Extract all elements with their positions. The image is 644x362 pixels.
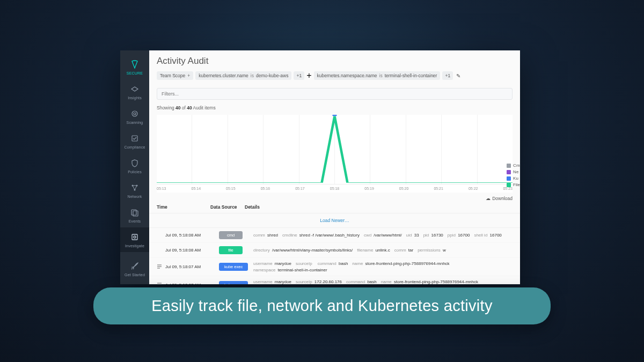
row-details: username marydoesourceIp 172.20.60.176co… xyxy=(253,279,513,284)
sidebar-label: Network xyxy=(127,195,142,198)
detail-kv: command bash xyxy=(318,261,348,266)
detail-kv: permissions w xyxy=(418,248,446,253)
legend-item[interactable]: Ku xyxy=(507,176,520,181)
scope-label: Team Scope xyxy=(160,73,185,78)
detail-kv: uid 33 xyxy=(406,233,419,238)
caption-banner: Easily track file, network and Kubernete… xyxy=(93,287,551,324)
sidebar-item-network[interactable]: Network xyxy=(120,178,149,203)
chip-op: is xyxy=(251,73,254,78)
legend-swatch xyxy=(507,170,511,174)
row-time: Jul 09, 5:18:08 AM xyxy=(165,248,219,253)
col-time[interactable]: Time xyxy=(157,204,210,210)
detail-kv: sourceIp 172.20.60.176 xyxy=(296,279,342,284)
sidebar-label: Insights xyxy=(128,96,142,100)
row-details: comm shredcmdline shred -f /var/www/.bas… xyxy=(253,233,513,238)
detail-kv: comm shred xyxy=(253,233,278,238)
expand-icon[interactable] xyxy=(157,264,164,270)
table-row[interactable]: Jul 09, 5:18:08 AMcmdcomm shredcmdline s… xyxy=(149,228,520,243)
row-time: Jul 09, 5:18:07 AM xyxy=(165,283,219,284)
main-content: Activity Audit Team Scope + kubernetes.c… xyxy=(149,50,520,284)
row-details: username marydoesourceIp command bashnam… xyxy=(253,261,513,272)
edit-scope-button[interactable]: ✎ xyxy=(456,73,460,79)
sidebar-label: Policies xyxy=(128,170,142,174)
chip-key: kubernetes.namespace.name xyxy=(317,73,377,78)
detail-kv: shell id 16700 xyxy=(474,233,501,238)
detail-kv: command bash xyxy=(346,279,377,284)
detail-kv: username marydoe xyxy=(253,261,291,266)
investigate-icon xyxy=(129,232,140,242)
plus-icon: + xyxy=(187,73,190,78)
plus-icon[interactable]: + xyxy=(306,71,311,80)
detail-kv: filename unlink.c xyxy=(357,248,390,253)
chip-val: demo-kube-aws xyxy=(256,73,288,78)
chip-extra[interactable]: +1 xyxy=(442,71,453,80)
detail-kv: name store-frontend-ping-php-7588976944-… xyxy=(381,279,478,284)
chip-key: kubernetes.cluster.name xyxy=(199,73,248,78)
legend-item[interactable]: Cm xyxy=(507,163,520,168)
results-count: Showing 40 of 40 Audit items xyxy=(149,103,520,113)
source-badge: kube exec xyxy=(219,263,248,271)
sidebar-item-scanning[interactable]: Scanning xyxy=(120,104,149,129)
expand-icon[interactable] xyxy=(157,282,164,285)
legend-item[interactable]: Ne xyxy=(507,169,520,174)
svg-point-1 xyxy=(134,113,136,115)
legend-label: File xyxy=(513,182,520,187)
sidebar-label: SECURE xyxy=(127,71,143,75)
svg-rect-8 xyxy=(132,234,137,240)
sidebar-item-investigate[interactable]: Investigate xyxy=(120,227,149,252)
chip-val: terminal-shell-in-container xyxy=(385,73,437,78)
svg-rect-10 xyxy=(333,115,337,116)
legend-label: Ku xyxy=(513,176,518,181)
network-icon xyxy=(129,182,140,193)
legend-swatch xyxy=(507,176,511,181)
page-title: Activity Audit xyxy=(157,56,513,67)
legend-label: Ne xyxy=(513,169,518,174)
detail-kv: username marydoe xyxy=(253,279,291,284)
row-source: file xyxy=(219,246,253,254)
chart-legend: CmNeKuFile xyxy=(507,163,520,189)
sidebar-item-policies[interactable]: Policies xyxy=(120,153,149,178)
sidebar-item-compliance[interactable]: Compliance xyxy=(120,129,149,153)
row-time: Jul 09, 5:18:08 AM xyxy=(165,233,219,238)
filter-input[interactable] xyxy=(157,88,513,100)
sidebar: SECURE Insights Scanning Compliance Poli… xyxy=(120,50,149,284)
policies-icon xyxy=(129,158,140,168)
svg-point-0 xyxy=(132,111,137,116)
row-details: directory /var/www/html/vlany-master/sym… xyxy=(253,248,513,253)
filter-chip-cluster[interactable]: kubernetes.cluster.name is demo-kube-aws xyxy=(195,71,291,80)
sidebar-item-insights[interactable]: Insights xyxy=(120,79,149,104)
filter-chip-namespace[interactable]: kubernetes.namespace.name is terminal-sh… xyxy=(314,71,441,80)
table-row[interactable]: Jul 09, 5:18:08 AMfiledirectory /var/www… xyxy=(149,243,520,258)
compliance-icon xyxy=(129,133,140,144)
detail-kv: cmdline shred -f /var/www/.bash_history xyxy=(282,233,360,238)
sidebar-label: Events xyxy=(129,219,141,223)
detail-kv: name store-frontend-ping-php-7588976944-… xyxy=(352,261,449,266)
sidebar-label: Scanning xyxy=(127,121,143,124)
row-time: Jul 09, 5:18:07 AM xyxy=(165,264,219,269)
col-details[interactable]: Details xyxy=(245,204,513,210)
sidebar-item-secure[interactable]: SECURE xyxy=(120,55,149,79)
table-body: Jul 09, 5:18:08 AMcmdcomm shredcmdline s… xyxy=(149,228,520,284)
source-badge: kube exec xyxy=(219,281,248,284)
download-button[interactable]: Download xyxy=(492,196,513,201)
source-badge: file xyxy=(219,246,243,254)
scope-chip[interactable]: Team Scope + xyxy=(157,71,193,80)
legend-item[interactable]: File xyxy=(507,182,520,187)
table-headers: Time Data Source Details xyxy=(149,201,520,213)
chip-op: is xyxy=(379,73,383,78)
table-row[interactable]: Jul 09, 5:18:07 AMkube execusername mary… xyxy=(149,276,520,284)
load-newer-button[interactable]: Load Newer… xyxy=(149,213,520,228)
chart-svg xyxy=(157,115,513,184)
sidebar-item-get-started[interactable]: Get Started xyxy=(120,256,149,281)
table-row[interactable]: Jul 09, 5:18:07 AMkube execusername mary… xyxy=(149,258,520,276)
chip-extra[interactable]: +1 xyxy=(294,71,304,80)
detail-kv: pid 16730 xyxy=(423,233,443,238)
detail-kv: sourceIp xyxy=(296,261,313,266)
legend-swatch xyxy=(507,164,511,168)
activity-chart: 05:1305:1405:1505:1605:1705:1805:1905:20… xyxy=(157,115,513,193)
col-source[interactable]: Data Source xyxy=(210,204,245,210)
row-source: cmd xyxy=(219,231,253,239)
sidebar-item-events[interactable]: Events xyxy=(120,203,149,227)
sidebar-label: Get Started xyxy=(125,273,145,277)
legend-swatch xyxy=(507,183,511,187)
